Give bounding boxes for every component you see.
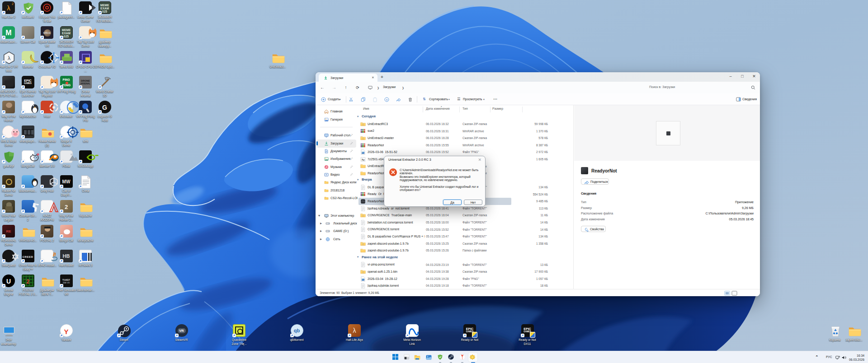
svg-text:λ: λ xyxy=(8,55,10,61)
svg-text:7z: 7z xyxy=(362,158,364,161)
svg-text:A: A xyxy=(386,98,388,101)
